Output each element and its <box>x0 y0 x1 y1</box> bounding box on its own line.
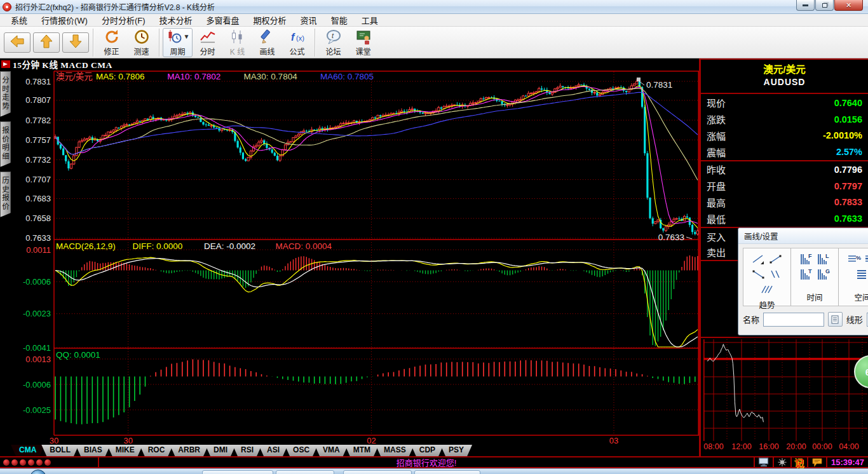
toolbar-button-redo[interactable]: 修正 <box>97 28 126 57</box>
menu-item-2[interactable]: 分时分析(F) <box>95 13 153 27</box>
toolbar-button-classroom[interactable]: 课堂 <box>348 28 378 57</box>
welcome-message: 招商银行欢迎您! <box>99 457 755 467</box>
indicator-tab-roc[interactable]: ROC <box>140 445 173 456</box>
draw-tool-hatch3[interactable] <box>759 283 775 297</box>
menu-item-7[interactable]: 智能 <box>324 13 355 27</box>
indicator-tab-dmi[interactable]: DMI <box>205 445 236 456</box>
side-tab-1[interactable]: 报价明细 <box>0 121 11 167</box>
toolbar-button-kline[interactable]: K 线 <box>222 28 252 57</box>
svg-text:0.7807: 0.7807 <box>25 95 51 105</box>
toolbar-button-formula[interactable]: f(x) 公式 <box>282 28 312 57</box>
indicator-tab-rsi[interactable]: RSI <box>233 445 262 456</box>
arrow-up-button[interactable] <box>33 32 60 53</box>
quote-label: 震幅 <box>707 146 726 159</box>
menu-item-8[interactable]: 工具 <box>355 13 385 27</box>
indicator-tab-vma[interactable]: VMA <box>315 445 348 456</box>
draw-tool-lvl-pct[interactable]: % <box>846 252 862 266</box>
indicator-tab-mike[interactable]: MIKE <box>107 445 143 456</box>
list-icon[interactable] <box>828 312 843 327</box>
mini-time-label: 04:00 <box>836 442 862 451</box>
draw-tool-bars-T[interactable]: T <box>799 267 814 281</box>
quote-label: 现价 <box>707 96 726 109</box>
dialog-title[interactable]: 画线/设置 <box>738 228 868 244</box>
draw-tool-bars-F[interactable]: F <box>799 252 814 266</box>
side-tab-2[interactable]: 历史报价 <box>0 172 11 217</box>
svg-text:F: F <box>808 253 812 259</box>
memo-icon[interactable]: 记 <box>792 457 808 467</box>
sell-button[interactable]: 卖出 <box>707 245 726 259</box>
menu-item-0[interactable]: 系统 <box>4 13 34 27</box>
svg-text:0.7831: 0.7831 <box>25 77 51 86</box>
indicator-tab-cdp[interactable]: CDP <box>411 445 444 456</box>
draw-tool-bars-G[interactable]: G <box>816 267 831 281</box>
svg-text:0.7707: 0.7707 <box>25 175 51 184</box>
svg-text:0.0011: 0.0011 <box>26 245 51 255</box>
indicator-tab-bias[interactable]: BIAS <box>76 445 111 456</box>
draw-tool-seg-down[interactable] <box>751 267 766 281</box>
svg-text:T: T <box>808 268 812 274</box>
draw-tool-seg-up[interactable] <box>768 252 783 266</box>
menu-item-3[interactable]: 技术分析 <box>153 13 200 27</box>
menu-item-4[interactable]: 多窗看盘 <box>200 13 247 27</box>
name-input[interactable] <box>763 313 824 327</box>
quote-value: -2.0010% <box>823 130 862 140</box>
chevron-down-icon[interactable]: ▼ <box>184 33 190 40</box>
draw-tool-par2[interactable] <box>768 267 783 281</box>
status-dot <box>44 459 51 466</box>
draw-group-2: %G空间 <box>838 248 868 306</box>
quote-row-0: 现价 0.7640 <box>701 95 868 111</box>
restore-button[interactable] <box>815 0 834 11</box>
taskbar-button[interactable] <box>414 470 480 474</box>
buy-button[interactable]: 买入 <box>707 230 726 243</box>
indicator-tab-psy[interactable]: PSY <box>440 445 472 456</box>
draw-tool-bars-L[interactable]: L <box>816 252 831 266</box>
svg-text:(x): (x) <box>296 34 304 42</box>
indicator-tab-arbr[interactable]: ARBR <box>170 445 208 456</box>
indicator-tab-osc[interactable]: OSC <box>285 445 318 456</box>
toolbar-button-timeshare[interactable]: 分时 <box>193 28 222 57</box>
close-button[interactable]: ✕ <box>834 0 863 11</box>
toolbar-button-pencil[interactable]: 画线 <box>252 28 282 57</box>
message-icon[interactable] <box>808 457 827 467</box>
indicator-tab-asi[interactable]: ASI <box>259 445 288 456</box>
draw-tool-lvl[interactable] <box>855 267 868 281</box>
quote-value: 0.7796 <box>834 165 862 175</box>
start-orb-icon[interactable] <box>30 470 46 474</box>
computer-icon[interactable] <box>755 457 774 467</box>
draw-tool-diag-menu[interactable] <box>751 252 766 266</box>
indicator-tab-mtm[interactable]: MTM <box>345 445 379 456</box>
minimize-button[interactable] <box>796 0 815 11</box>
draw-line-dialog[interactable]: 画线/设置 趋势FLTG时间%G空间 名称 线形 直 <box>738 227 868 335</box>
arrow-left-button[interactable] <box>4 32 31 53</box>
toolbar: 修正 测速 ▼ 周期 分时 K 线 画线 f(x) 公式 t 论坛 课堂 <box>0 27 868 58</box>
flash-icon[interactable] <box>774 457 792 467</box>
name-label: 名称 <box>743 313 759 325</box>
svg-text:03: 03 <box>609 436 618 445</box>
toolbar-button-forum[interactable]: t 论坛 <box>318 28 348 57</box>
main-chart[interactable]: 0.78310.78070.77820.77570.77320.77070.76… <box>11 70 699 445</box>
arrow-left-icon <box>9 33 25 52</box>
svg-text:L: L <box>825 253 829 259</box>
chart-title: 15分钟 K线 MACD CMA <box>13 58 112 71</box>
windows-taskbar[interactable] <box>0 468 868 474</box>
quote-value: 0.7833 <box>834 197 862 207</box>
toolbar-button-clock[interactable]: 测速 <box>126 28 156 57</box>
taskbar-button[interactable] <box>343 470 412 474</box>
draw-tool-lvl-G[interactable]: G <box>864 252 868 266</box>
indicator-tab-boll[interactable]: BOLL <box>41 445 79 456</box>
menu-item-5[interactable]: 期权分析 <box>247 13 294 27</box>
mini-time-label: 20:00 <box>783 442 809 451</box>
menu-item-1[interactable]: 行情报价(W) <box>34 13 95 27</box>
side-tab-0[interactable]: 分时走势 <box>0 71 11 117</box>
taskbar-button[interactable] <box>202 470 273 474</box>
clock-icon <box>133 29 150 45</box>
classroom-icon <box>355 29 372 45</box>
forum-icon: t <box>325 29 342 45</box>
taskbar-button[interactable] <box>276 470 334 474</box>
arrow-down-button[interactable] <box>62 32 89 53</box>
toolbar-button-cycle[interactable]: ▼ 周期 <box>163 28 193 57</box>
intraday-mini-chart[interactable] <box>703 339 867 441</box>
menu-item-6[interactable]: 资讯 <box>294 13 324 27</box>
indicator-tab-cma[interactable]: CMA <box>11 445 44 456</box>
indicator-tab-mass[interactable]: MASS <box>376 445 414 456</box>
